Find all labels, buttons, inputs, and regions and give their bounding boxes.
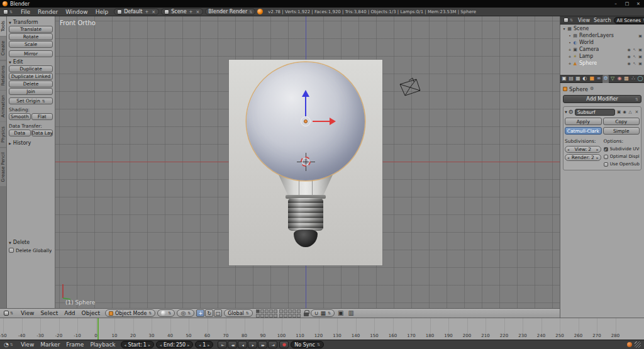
timeline-menu-marker[interactable]: Marker xyxy=(37,340,63,349)
screen-layout-selector[interactable]: Default + × xyxy=(114,8,159,15)
decrement-icon[interactable]: ◂ xyxy=(199,343,201,347)
next-keyframe-button[interactable]: ▸▸ xyxy=(258,341,267,348)
layer-toggle-8[interactable] xyxy=(265,314,269,318)
apply-button[interactable]: Apply xyxy=(565,118,602,125)
outliner-menu-view[interactable]: View xyxy=(576,16,592,25)
start-frame-field[interactable]: ◂ Start: 1 ▸ xyxy=(121,341,154,348)
viewport-menu-add[interactable]: Add xyxy=(61,309,78,318)
history-panel-header[interactable]: ▶ History xyxy=(9,140,53,147)
layer-toggle-1[interactable] xyxy=(256,309,260,313)
menu-file[interactable]: File xyxy=(17,8,34,16)
properties-tab-material[interactable]: ◉ xyxy=(616,75,623,83)
decrement-icon[interactable]: ◂ xyxy=(125,343,126,347)
properties-tab-particles[interactable]: ∴ xyxy=(630,75,636,83)
layer-toggle-15[interactable] xyxy=(297,309,301,313)
duplicate-linked-button[interactable]: Duplicate Linked xyxy=(9,73,53,80)
viewport-menu-view[interactable]: View xyxy=(18,309,37,318)
jump-to-start-button[interactable]: ⇤ xyxy=(218,341,227,348)
visibility-icon[interactable]: ◉ xyxy=(626,61,631,65)
prev-keyframe-button[interactable]: ◂◂ xyxy=(228,341,237,348)
tool-tab-physics[interactable]: Physics xyxy=(0,122,6,148)
z-axis-manipulator-arrowhead[interactable] xyxy=(302,90,309,97)
add-scene-button[interactable]: + xyxy=(189,9,194,14)
outliner-item-renderlayers[interactable]: •▤RenderLayers▣ xyxy=(560,32,644,39)
edit-panel-header[interactable]: ▼ Edit xyxy=(9,58,53,65)
subdivide-uvs-checkbox[interactable]: ✓Subdivide UVs xyxy=(604,146,640,152)
delete-globally-checkbox[interactable]: Delete Globally xyxy=(9,247,52,253)
outliner-item-lamp[interactable]: +☀Lamp◉↖▣ xyxy=(560,53,644,60)
join-button[interactable]: Join xyxy=(9,88,53,95)
layer-toggle-18[interactable] xyxy=(288,314,292,318)
layer-toggle-2[interactable] xyxy=(260,309,264,313)
resize-grip[interactable] xyxy=(635,341,641,348)
selectable-icon[interactable]: ↖ xyxy=(632,54,637,58)
layer-toggle-10[interactable] xyxy=(274,314,277,318)
outliner-item-world[interactable]: •◐World xyxy=(560,39,644,46)
layer-toggle-19[interactable] xyxy=(292,314,296,318)
render-still-button[interactable]: ▣ xyxy=(336,310,345,316)
expand-triangle-icon[interactable]: ▼ xyxy=(565,110,567,114)
layer-toggle-14[interactable] xyxy=(292,309,296,313)
render-subdivisions-field[interactable]: ◂ Render: 2 ▸ xyxy=(565,154,601,161)
layer-toggle-4[interactable] xyxy=(269,309,273,313)
camera-object[interactable] xyxy=(397,77,425,98)
data-layout-button[interactable]: Data Layout xyxy=(31,130,53,136)
transform-orientation-selector[interactable]: Global ⇅ xyxy=(224,309,253,317)
data-button[interactable]: Data xyxy=(9,130,31,136)
sync-mode-selector[interactable]: No Sync ⇅ xyxy=(291,341,324,348)
render-animation-button[interactable]: ▥ xyxy=(347,310,355,316)
layer-toggle-20[interactable] xyxy=(297,314,301,318)
properties-tab-render[interactable]: ▣ xyxy=(561,75,567,83)
rotate-button[interactable]: Rotate xyxy=(9,33,53,40)
layer-toggle-11[interactable] xyxy=(279,309,283,313)
close-button[interactable]: × xyxy=(633,0,644,8)
record-button[interactable]: ● xyxy=(279,341,289,348)
viewport-editor-type-button[interactable]: ⇅ xyxy=(1,311,16,316)
layer-toggle-13[interactable] xyxy=(288,309,292,313)
decrement-icon[interactable]: ◂ xyxy=(567,155,569,160)
tool-tab-grease-pencil[interactable]: Grease Pencil xyxy=(0,148,6,187)
current-frame-indicator[interactable] xyxy=(97,318,99,340)
layer-toggle-5[interactable] xyxy=(274,309,277,313)
modifier-editmode-toggle-icon[interactable]: △ xyxy=(628,109,633,114)
play-button[interactable]: ▸ xyxy=(248,341,257,348)
outliner-display-mode-selector[interactable]: All Scenes ⇅ xyxy=(614,17,644,24)
lock-icon[interactable] xyxy=(304,313,309,316)
tool-tab-tools[interactable]: Tools xyxy=(0,16,6,36)
delete-panel-header[interactable]: ▼ Delete xyxy=(9,239,52,246)
properties-tab-object[interactable]: ■ xyxy=(589,75,595,83)
render-restrict-icon[interactable]: ▣ xyxy=(638,61,643,65)
use-opensubdiv-checkbox[interactable]: Use OpenSubdiv xyxy=(604,161,640,167)
scale-button[interactable]: Scale xyxy=(9,41,53,48)
timeline-menu-frame[interactable]: Frame xyxy=(63,340,87,349)
optimal-display-checkbox[interactable]: Optimal Display xyxy=(604,153,640,160)
play-reverse-button[interactable]: ◂ xyxy=(238,341,247,348)
keying-indicator-icon[interactable] xyxy=(627,342,632,347)
translate-button[interactable]: Translate xyxy=(9,26,53,33)
menu-render[interactable]: Render xyxy=(34,8,62,16)
viewport-3d[interactable]: Front Ortho xyxy=(55,16,560,308)
end-frame-field[interactable]: ◂ End: 250 ▸ xyxy=(156,341,193,348)
layer-toggle-17[interactable] xyxy=(284,314,287,318)
visibility-icon[interactable]: ◉ xyxy=(626,54,631,58)
info-editor-type-button[interactable]: ⇅ xyxy=(1,9,15,14)
decrement-icon[interactable]: ◂ xyxy=(567,147,569,152)
add-screen-layout-button[interactable]: + xyxy=(144,9,149,14)
increment-icon[interactable]: ▸ xyxy=(148,343,150,347)
selectable-icon[interactable]: ↖ xyxy=(632,61,637,65)
render-restrict-icon[interactable]: ▣ xyxy=(638,47,643,52)
properties-tab-constraints[interactable]: ∞ xyxy=(596,75,602,83)
layer-toggle-16[interactable] xyxy=(279,314,283,318)
duplicate-button[interactable]: Duplicate xyxy=(9,65,53,72)
tool-tab-animation[interactable]: Animation xyxy=(0,91,6,123)
copy-button[interactable]: Copy xyxy=(603,118,640,125)
viewport-menu-object[interactable]: Object xyxy=(79,309,103,318)
render-engine-selector[interactable]: Blender Render ⇅ xyxy=(205,8,255,15)
render-restrict-icon[interactable]: ▣ xyxy=(638,54,643,58)
add-modifier-dropdown[interactable]: Add Modifier ⇅ xyxy=(563,95,641,103)
pivot-selector[interactable]: ◎ ⇅ xyxy=(177,309,194,317)
timeline-menu-view[interactable]: View xyxy=(18,340,37,349)
catmull-clark-button[interactable]: Catmull-Clark xyxy=(565,127,602,135)
view-subdivisions-field[interactable]: ◂ View: 2 ▸ xyxy=(565,146,601,153)
menu-help[interactable]: Help xyxy=(92,8,113,16)
